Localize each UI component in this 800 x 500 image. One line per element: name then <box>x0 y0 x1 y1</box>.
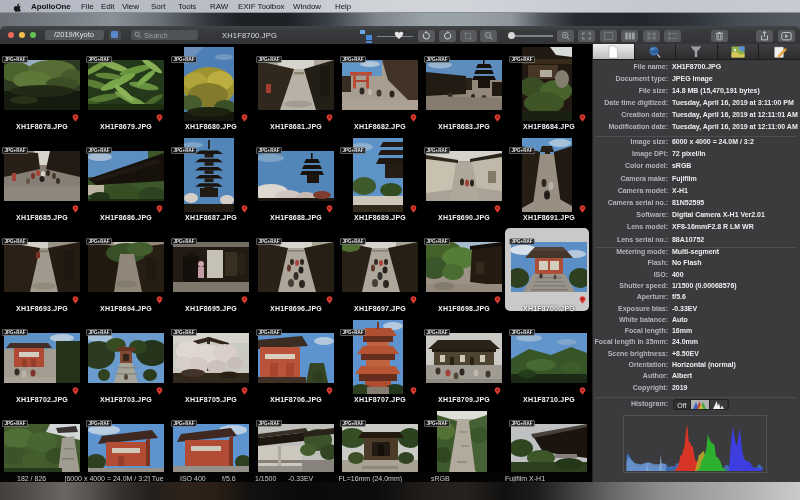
svg-text:JPG+RAF: JPG+RAF <box>89 57 110 62</box>
svg-text:JPG+RAF: JPG+RAF <box>512 148 533 153</box>
svg-text:JPG+RAF: JPG+RAF <box>427 239 448 244</box>
svg-text:JPG+RAF: JPG+RAF <box>89 148 110 153</box>
svg-text:JPG+RAF: JPG+RAF <box>89 421 110 426</box>
svg-text:JPG+RAF: JPG+RAF <box>343 57 364 62</box>
svg-text:JPG+RAF: JPG+RAF <box>512 239 533 244</box>
svg-text:JPG+RAF: JPG+RAF <box>259 421 280 426</box>
svg-text:JPG+RAF: JPG+RAF <box>174 148 195 153</box>
svg-text:JPG+RAF: JPG+RAF <box>259 330 280 335</box>
svg-text:JPG+RAF: JPG+RAF <box>174 421 195 426</box>
svg-text:JPG+RAF: JPG+RAF <box>427 148 448 153</box>
svg-text:JPG+RAF: JPG+RAF <box>343 330 364 335</box>
svg-text:JPG+RAF: JPG+RAF <box>343 239 364 244</box>
svg-text:JPG+RAF: JPG+RAF <box>5 239 26 244</box>
svg-text:JPG+RAF: JPG+RAF <box>174 57 195 62</box>
svg-text:JPG+RAF: JPG+RAF <box>89 330 110 335</box>
svg-text:JPG+RAF: JPG+RAF <box>512 330 533 335</box>
svg-text:JPG+RAF: JPG+RAF <box>427 330 448 335</box>
svg-text:JPG+RAF: JPG+RAF <box>259 239 280 244</box>
svg-text:JPG+RAF: JPG+RAF <box>427 421 448 426</box>
svg-text:JPG+RAF: JPG+RAF <box>5 57 26 62</box>
svg-text:JPG+RAF: JPG+RAF <box>343 148 364 153</box>
svg-text:JPG+RAF: JPG+RAF <box>5 148 26 153</box>
svg-text:JPG+RAF: JPG+RAF <box>512 421 533 426</box>
svg-text:JPG+RAF: JPG+RAF <box>89 239 110 244</box>
svg-text:JPG+RAF: JPG+RAF <box>427 57 448 62</box>
svg-text:JPG+RAF: JPG+RAF <box>259 148 280 153</box>
svg-text:JPG+RAF: JPG+RAF <box>512 57 533 62</box>
svg-text:JPG+RAF: JPG+RAF <box>259 57 280 62</box>
svg-text:JPG+RAF: JPG+RAF <box>174 239 195 244</box>
svg-text:JPG+RAF: JPG+RAF <box>5 421 26 426</box>
svg-text:JPG+RAF: JPG+RAF <box>5 330 26 335</box>
svg-text:JPG+RAF: JPG+RAF <box>343 421 364 426</box>
svg-text:JPG+RAF: JPG+RAF <box>174 330 195 335</box>
